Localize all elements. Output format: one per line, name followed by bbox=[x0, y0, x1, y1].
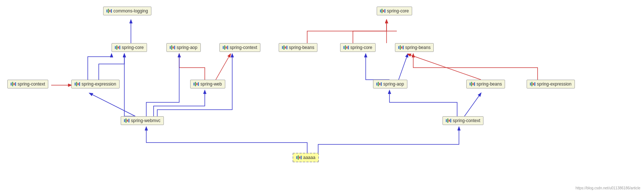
node-label: spring-context bbox=[453, 118, 480, 123]
node-spring-beans-1[interactable]: spring-beans bbox=[279, 43, 317, 52]
node-label: spring-context bbox=[230, 45, 257, 50]
package-icon bbox=[75, 82, 80, 86]
package-icon bbox=[530, 82, 535, 86]
node-spring-beans-3[interactable]: spring-beans bbox=[466, 80, 505, 88]
diagram-canvas: commons-loggingspring-corespring-aopspri… bbox=[0, 0, 644, 193]
node-label: spring-beans bbox=[405, 45, 430, 50]
node-spring-expression-2[interactable]: spring-expression bbox=[527, 80, 575, 88]
package-icon bbox=[223, 45, 228, 50]
node-spring-context-left[interactable]: spring-context bbox=[7, 80, 48, 88]
package-icon bbox=[470, 82, 475, 86]
node-spring-aop-1[interactable]: spring-aop bbox=[166, 43, 201, 52]
node-spring-core-2[interactable]: spring-core bbox=[340, 43, 376, 52]
package-icon bbox=[170, 45, 175, 50]
node-label: spring-webmvc bbox=[131, 118, 161, 123]
node-spring-core-1[interactable]: spring-core bbox=[112, 43, 147, 52]
node-label: spring-beans bbox=[477, 82, 502, 87]
node-spring-core-top[interactable]: spring-core bbox=[377, 7, 412, 15]
node-commons-logging[interactable]: commons-logging bbox=[103, 7, 151, 15]
node-spring-webmvc[interactable]: spring-webmvc bbox=[121, 116, 164, 125]
package-icon bbox=[376, 82, 382, 86]
package-icon bbox=[282, 45, 287, 50]
package-icon bbox=[193, 82, 199, 86]
package-icon bbox=[343, 45, 349, 50]
node-label: spring-aop bbox=[177, 45, 197, 50]
node-label: spring-expression bbox=[537, 82, 572, 87]
node-spring-web[interactable]: spring-web bbox=[190, 80, 225, 88]
node-label: spring-core bbox=[387, 8, 409, 14]
node-label: spring-web bbox=[200, 82, 222, 87]
package-icon bbox=[398, 45, 404, 50]
node-label: aaaaa bbox=[303, 155, 315, 160]
node-spring-context-1[interactable]: spring-context bbox=[219, 43, 260, 52]
package-icon bbox=[380, 9, 385, 13]
node-label: spring-aop bbox=[383, 82, 404, 87]
package-icon bbox=[124, 118, 129, 123]
node-spring-aop-2[interactable]: spring-aop bbox=[373, 80, 407, 88]
package-icon bbox=[115, 45, 120, 50]
node-spring-beans-2[interactable]: spring-beans bbox=[395, 43, 434, 52]
package-icon bbox=[106, 9, 112, 13]
node-label: spring-context bbox=[18, 82, 45, 87]
node-label: commons-logging bbox=[113, 8, 148, 14]
package-icon bbox=[11, 82, 16, 86]
node-label: spring-beans bbox=[289, 45, 314, 50]
node-label: spring-expression bbox=[82, 82, 116, 87]
package-icon bbox=[296, 155, 302, 160]
node-label: spring-core bbox=[350, 45, 372, 50]
node-label: spring-core bbox=[122, 45, 144, 50]
url-label: https://blog.csdn.net/u011386186/article bbox=[576, 186, 640, 190]
arrows-svg bbox=[0, 0, 644, 193]
node-aaaaa[interactable]: aaaaa bbox=[293, 153, 319, 162]
node-spring-expression-1[interactable]: spring-expression bbox=[71, 80, 120, 88]
node-spring-context-2[interactable]: spring-context bbox=[442, 116, 483, 125]
package-icon bbox=[446, 118, 451, 123]
